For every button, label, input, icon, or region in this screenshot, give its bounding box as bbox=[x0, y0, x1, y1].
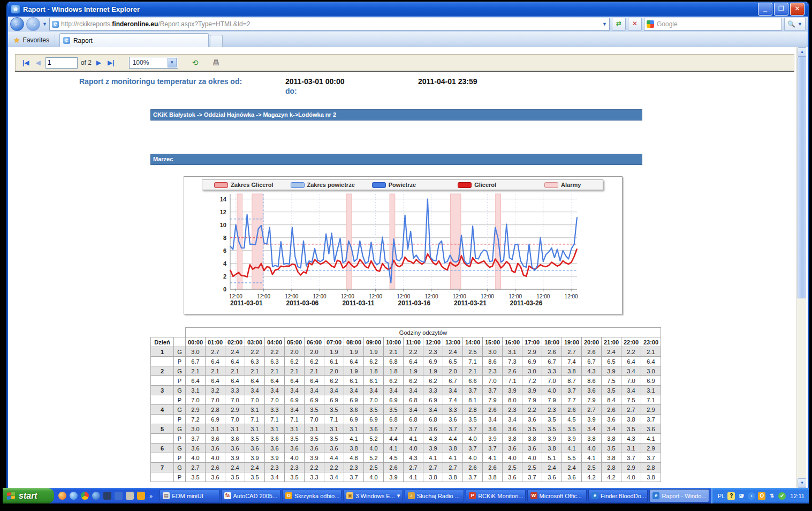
hour-column-header: 14:00 bbox=[463, 337, 483, 347]
x-axis-date-label: 2011-03-21 bbox=[454, 299, 487, 307]
language-indicator[interactable]: PL bbox=[718, 493, 725, 499]
value-cell: 2.6 bbox=[483, 405, 503, 415]
refresh-report-icon[interactable]: ⟲ bbox=[192, 58, 199, 67]
taskbar-button[interactable]: ▤EDM miniUI bbox=[160, 489, 219, 502]
table-row: P3.53.63.53.53.43.53.33.43.74.03.94.13.8… bbox=[151, 472, 661, 482]
help-icon[interactable]: ? bbox=[727, 492, 735, 500]
day-cell: 7 bbox=[151, 463, 174, 472]
outlook-icon[interactable] bbox=[137, 492, 145, 500]
scroll-up-icon[interactable]: ▲ bbox=[798, 47, 806, 57]
value-cell: 6.9 bbox=[285, 395, 305, 405]
stop-button[interactable]: ✕ bbox=[628, 18, 642, 31]
table-row: 4G2.92.82.93.13.33.43.53.53.63.53.53.43.… bbox=[151, 405, 661, 415]
group-dropdown-icon[interactable]: ▾ bbox=[397, 492, 400, 499]
outlook-tray-icon[interactable]: O bbox=[758, 492, 765, 500]
value-cell: 4.5 bbox=[384, 453, 404, 463]
value-cell: 3.9 bbox=[503, 386, 522, 395]
taskbar-button[interactable]: faAutoCAD 2005... bbox=[221, 489, 280, 502]
value-cell: 6.4 bbox=[344, 357, 364, 366]
refresh-button[interactable]: ⇄ bbox=[612, 18, 626, 31]
scroll-down-icon[interactable]: ▼ bbox=[798, 478, 806, 488]
restore-button[interactable]: ❐ bbox=[774, 3, 788, 16]
taskbar-button[interactable]: OSkrzynka odbio... bbox=[282, 489, 342, 502]
do-label: do: bbox=[285, 87, 418, 95]
back-button[interactable]: ← bbox=[10, 17, 24, 31]
value-cell: 2.6 bbox=[206, 463, 225, 472]
new-tab-button[interactable] bbox=[210, 35, 223, 47]
taskbar-button[interactable]: eRaport - Windo... bbox=[649, 489, 709, 502]
value-cell: 3.5 bbox=[522, 424, 542, 434]
value-cell: 6.4 bbox=[225, 376, 245, 386]
value-cell: 7.9 bbox=[582, 395, 602, 405]
value-cell: 1.9 bbox=[324, 347, 344, 357]
value-cell: 2.5 bbox=[522, 463, 542, 472]
app-window-icon[interactable] bbox=[115, 492, 123, 500]
taskbar-button[interactable]: WMicrosoft Offic... bbox=[527, 489, 587, 502]
value-cell: 3.6 bbox=[265, 434, 285, 444]
zoom-select[interactable]: 100% ▼ bbox=[129, 57, 178, 69]
search-options-icon[interactable]: ▼ bbox=[798, 21, 802, 27]
value-cell: 3.8 bbox=[423, 472, 443, 482]
chrome-icon[interactable] bbox=[81, 492, 89, 500]
ie-icon[interactable] bbox=[70, 492, 78, 500]
value-cell: 6.2 bbox=[384, 376, 404, 386]
browser-icon[interactable] bbox=[92, 492, 100, 500]
type-cell: P bbox=[174, 376, 186, 386]
value-cell: 4.2 bbox=[602, 472, 621, 482]
page-number-input[interactable] bbox=[45, 57, 78, 69]
address-dropdown-icon[interactable]: ▼ bbox=[602, 21, 607, 27]
value-cell: 6.7 bbox=[443, 376, 463, 386]
taskbar-button[interactable]: ♪Słuchaj Radio ... bbox=[405, 489, 464, 502]
ie-icon: e bbox=[591, 492, 598, 499]
address-input[interactable]: e http://rckikreports.finderonline.eu/Re… bbox=[49, 18, 610, 31]
show-desktop-icon[interactable] bbox=[103, 492, 111, 500]
print-icon[interactable]: 🖶 bbox=[212, 58, 219, 67]
search-input[interactable]: Google bbox=[644, 18, 782, 31]
value-cell: 3.5 bbox=[305, 405, 324, 415]
next-page-button[interactable]: ▶ bbox=[95, 59, 103, 66]
value-cell: 2.7 bbox=[562, 347, 582, 357]
quick-launch-overflow-icon[interactable]: » bbox=[149, 493, 153, 499]
last-page-button[interactable]: ▶| bbox=[106, 59, 116, 66]
taskbar-button[interactable]: ▣3 Windows E...▾ bbox=[343, 489, 403, 502]
first-page-button[interactable]: |◀ bbox=[21, 59, 31, 66]
value-cell: 8.4 bbox=[602, 395, 621, 405]
forward-button[interactable]: → bbox=[26, 17, 40, 31]
hour-column-header: 12:00 bbox=[423, 337, 443, 347]
day-cell bbox=[151, 472, 174, 482]
prev-page-button[interactable]: ◀ bbox=[34, 59, 42, 66]
search-button[interactable]: 🔍▼ bbox=[784, 18, 806, 31]
y-axis-tick-label: 10 bbox=[220, 222, 226, 228]
printer-icon[interactable] bbox=[126, 492, 134, 500]
hide-icons-button[interactable]: ‹ bbox=[748, 492, 755, 500]
tab-raport[interactable]: e Raport bbox=[59, 33, 209, 47]
page-scrollbar[interactable]: ▲ ▼ bbox=[796, 47, 806, 488]
x-axis-time-label: 12:00 bbox=[257, 294, 270, 299]
value-cell: 3.1 bbox=[206, 424, 225, 434]
taskbar-button[interactable]: PRCKiK Monitori... bbox=[466, 489, 525, 502]
value-cell: 8.0 bbox=[503, 395, 522, 405]
value-cell: 3.6 bbox=[483, 424, 503, 434]
update-shield-icon[interactable]: ✔ bbox=[778, 492, 786, 500]
value-cell: 6.3 bbox=[245, 357, 265, 366]
tab-label: Raport bbox=[73, 37, 93, 44]
start-button[interactable]: start bbox=[3, 488, 54, 504]
type-cell: P bbox=[174, 415, 186, 424]
value-cell: 7.0 bbox=[621, 376, 641, 386]
taskbar-button-label: EDM miniUI bbox=[172, 493, 203, 499]
taskbar-button[interactable]: eFinder.BloodDo... bbox=[588, 489, 648, 502]
minimize-button[interactable]: _ bbox=[758, 3, 772, 16]
x-axis-date-label: 2011-03-01 bbox=[230, 299, 263, 307]
history-dropdown-icon[interactable]: ▼ bbox=[42, 21, 47, 27]
day-cell bbox=[151, 395, 174, 405]
legend-label: Zakres Glicerol bbox=[231, 182, 274, 188]
display-icon[interactable]: 🖳 bbox=[738, 492, 745, 500]
value-cell: 2.8 bbox=[463, 405, 483, 415]
taskbar-button-label: 3 Windows E... bbox=[355, 493, 394, 499]
scrollbar-thumb[interactable] bbox=[798, 56, 806, 298]
value-cell: 7.1 bbox=[265, 415, 285, 424]
network-icon[interactable]: ⇅ bbox=[768, 492, 776, 500]
favorites-button[interactable]: ★ Favorites bbox=[10, 34, 55, 47]
close-button[interactable]: ✕ bbox=[790, 3, 805, 16]
firefox-icon[interactable] bbox=[58, 492, 66, 500]
